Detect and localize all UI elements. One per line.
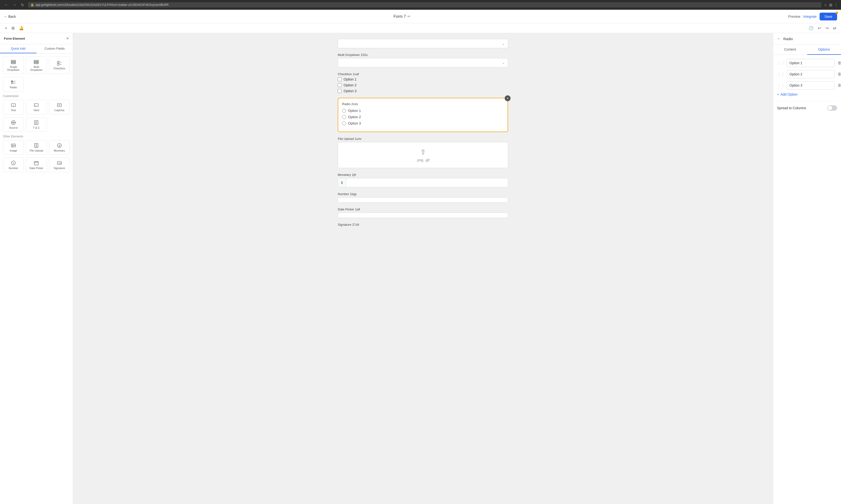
- text-icon: T: [11, 103, 16, 108]
- delete-option-1-button[interactable]: 🗑: [837, 60, 841, 66]
- redo-btn[interactable]: ↪: [824, 25, 829, 31]
- number-label: Number: [9, 167, 18, 169]
- back-button[interactable]: ← Back: [4, 15, 16, 18]
- checkbox-1uaf-options: Option 1 Option 2 Option 3: [338, 77, 508, 93]
- save-button[interactable]: Save: [820, 13, 837, 20]
- refresh-btn[interactable]: ↻: [19, 2, 25, 8]
- tab-quick-add[interactable]: Quick Add: [0, 44, 36, 53]
- option-row-1: ⋮⋮ 🗑: [777, 59, 837, 67]
- element-source[interactable]: Source: [3, 117, 24, 132]
- svg-text:</>: </>: [35, 105, 37, 106]
- add-btn[interactable]: +: [4, 25, 8, 31]
- delete-option-2-button[interactable]: 🗑: [837, 71, 841, 77]
- drag-handle-2[interactable]: ⋮⋮: [777, 72, 785, 77]
- history-btn[interactable]: 🕐: [808, 25, 815, 31]
- right-tab-content[interactable]: Content: [773, 44, 807, 55]
- spread-toggle[interactable]: [827, 105, 837, 111]
- delete-option-3-button[interactable]: 🗑: [837, 82, 841, 89]
- radio-option-3[interactable]: Option 3: [342, 121, 504, 125]
- url-bar[interactable]: 🔒 app.gohighlevel.com/v2/location/z3iaOS…: [28, 2, 821, 7]
- checkbox-option-3[interactable]: Option 3: [338, 89, 508, 93]
- save-badge: [836, 12, 838, 14]
- right-tab-options[interactable]: Options: [807, 44, 841, 55]
- single-dropdown-label: Single Dropdown: [4, 66, 23, 71]
- edit-icon[interactable]: ✏: [407, 14, 411, 19]
- tc-label: T & C: [33, 126, 40, 129]
- customized-section-label: Customized: [3, 94, 70, 98]
- element-captcha[interactable]: Captcha: [49, 100, 70, 114]
- element-date-picker[interactable]: Date Picker: [26, 158, 47, 172]
- radio-option-1-input[interactable]: [342, 109, 346, 113]
- checkbox-option-3-label: Option 3: [344, 89, 357, 93]
- elements-grid-1: Single Dropdown Multi Dropdown Checkbox: [3, 56, 70, 74]
- bell-btn[interactable]: 🔔: [18, 25, 25, 31]
- element-image[interactable]: Image: [3, 140, 24, 155]
- field-group-radio-2ces[interactable]: × Radio 2ces Option 1 Option 2 Option 3: [338, 98, 508, 132]
- radio-2ces-label: Radio 2ces: [342, 102, 504, 106]
- option-input-2[interactable]: [787, 70, 835, 78]
- close-panel-button[interactable]: ×: [66, 36, 69, 41]
- multi-dropdown-label: Multi Dropdown: [27, 66, 46, 71]
- element-html[interactable]: </> Html: [26, 100, 47, 114]
- radio-option-3-input[interactable]: [342, 121, 346, 125]
- source-label: Source: [9, 126, 18, 129]
- svg-point-13: [12, 83, 13, 84]
- grid-btn[interactable]: ⊞: [11, 25, 16, 31]
- element-multi-dropdown[interactable]: Multi Dropdown: [26, 56, 47, 74]
- element-number[interactable]: # Number: [3, 158, 24, 172]
- spread-label: Spread to Columns: [777, 106, 806, 110]
- left-panel-title: Form Element: [4, 37, 25, 40]
- back-nav-btn[interactable]: ←: [3, 2, 10, 8]
- svg-rect-4: [34, 61, 38, 62]
- drag-handle-3[interactable]: ⋮⋮: [777, 83, 785, 88]
- element-radio[interactable]: Radio: [3, 77, 24, 91]
- file-upload-1unv-box[interactable]: ⇧ .png, .gif: [338, 142, 508, 168]
- radio-option-2[interactable]: Option 2: [342, 115, 504, 119]
- right-panel-back-button[interactable]: ←: [777, 36, 781, 41]
- signature-label: Signature: [54, 167, 65, 169]
- checkbox-option-2-input[interactable]: [338, 83, 342, 87]
- canvas-area: ⌄ Multi Dropdown 152u ⌄ Checkbox 1uaf Op…: [73, 33, 773, 504]
- preview-button[interactable]: Preview: [788, 15, 800, 18]
- multi-dropdown-152u-input[interactable]: ⌄: [338, 58, 508, 67]
- checkbox-option-1[interactable]: Option 1: [338, 77, 508, 81]
- option-input-3[interactable]: [787, 81, 835, 90]
- browser-bar: ← → ↻ 🔒 app.gohighlevel.com/v2/location/…: [0, 0, 841, 10]
- settings-btn[interactable]: ⇄: [832, 25, 837, 31]
- element-checkbox[interactable]: Checkbox: [49, 56, 70, 74]
- checkbox-option-3-input[interactable]: [338, 89, 342, 93]
- number-1kgy-input[interactable]: [338, 197, 508, 203]
- single-dropdown-icon: [11, 59, 16, 65]
- drag-handle-1[interactable]: ⋮⋮: [777, 61, 785, 66]
- monetary-input[interactable]: [346, 178, 508, 187]
- forward-nav-btn[interactable]: →: [11, 2, 18, 8]
- checkbox-option-1-input[interactable]: [338, 77, 342, 81]
- svg-point-11: [12, 81, 13, 82]
- option-input-1[interactable]: [787, 59, 835, 67]
- undo-btn[interactable]: ↩: [817, 25, 822, 31]
- top-dropdown-input[interactable]: ⌄: [338, 39, 508, 48]
- file-upload-icon: [34, 143, 39, 148]
- integrate-button[interactable]: Integrate: [803, 15, 817, 18]
- left-panel: Form Element × Quick Add Custom Fields S…: [0, 33, 73, 504]
- checkbox-option-2[interactable]: Option 2: [338, 83, 508, 87]
- element-single-dropdown[interactable]: Single Dropdown: [3, 56, 24, 74]
- element-signature[interactable]: Signature: [49, 158, 70, 172]
- html-label: Html: [34, 109, 39, 112]
- add-option-button[interactable]: + Add Option: [777, 92, 798, 96]
- radio-close-button[interactable]: ×: [505, 95, 511, 101]
- checkbox-icon: [57, 60, 62, 66]
- bookmark-icon: ☆: [824, 3, 827, 7]
- monetary-icon: $: [57, 143, 62, 148]
- radio-option-1[interactable]: Option 1: [342, 109, 504, 113]
- element-file-upload[interactable]: File Upload: [26, 140, 47, 155]
- element-text[interactable]: T Text: [3, 100, 24, 114]
- element-tc[interactable]: T & C: [26, 117, 47, 132]
- elements-grid-5: Image File Upload $ Monetary: [3, 140, 70, 155]
- option-row-3: ⋮⋮ 🗑: [777, 81, 837, 90]
- radio-option-2-input[interactable]: [342, 115, 346, 119]
- element-monetary[interactable]: $ Monetary: [49, 140, 70, 155]
- captcha-label: Captcha: [54, 109, 64, 112]
- date-picker-1afi-input[interactable]: [338, 213, 508, 218]
- tab-custom-fields[interactable]: Custom Fields: [36, 44, 73, 53]
